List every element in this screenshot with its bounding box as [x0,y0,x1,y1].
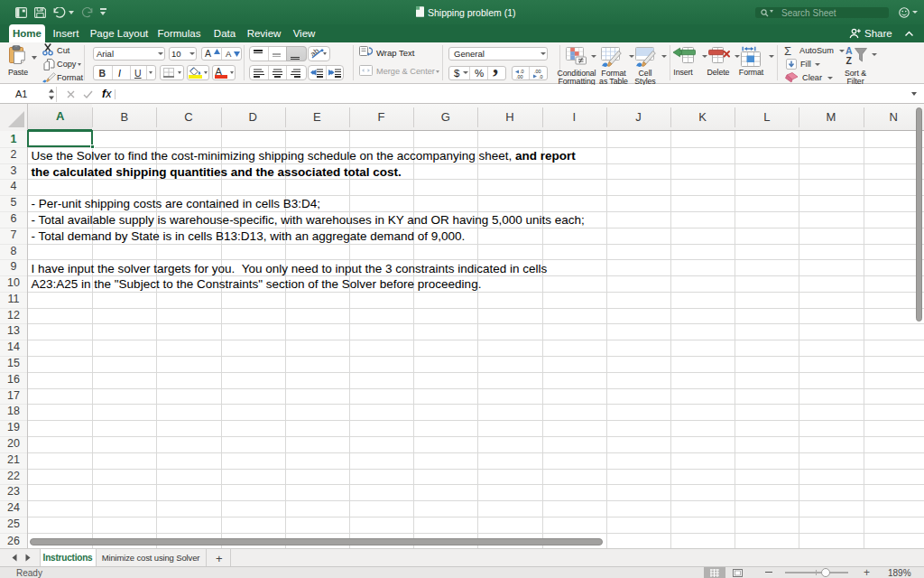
svg-text:.00: .00 [516,74,523,79]
svg-text:.0: .0 [539,74,543,79]
svg-text:Z: Z [846,55,853,66]
svg-text:A: A [845,45,853,56]
